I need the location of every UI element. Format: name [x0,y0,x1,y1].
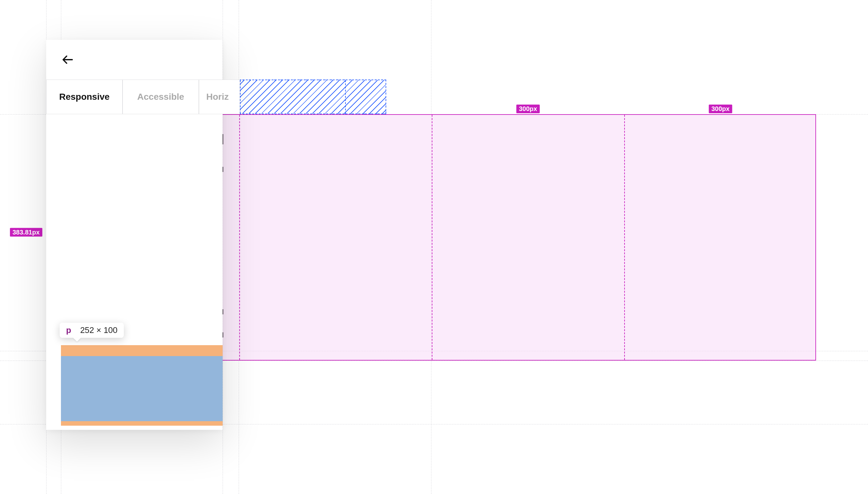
column-width-label: 300px [709,104,732,113]
tooltip-dimensions: 252 × 100 [80,325,117,335]
tabs-bar: Responsive Accessible Horiz [46,79,240,114]
tab-responsive[interactable]: Responsive [46,79,122,114]
element-tooltip: p 252 × 100 [60,323,124,338]
gap-divider [345,80,346,114]
gap-divider [240,80,240,114]
tab-accessible[interactable]: Accessible [122,79,199,114]
grid-divider [624,115,625,360]
tab-horizontal[interactable]: Horiz [199,79,240,114]
box-model-highlight [61,345,223,426]
back-arrow-icon[interactable] [62,54,74,66]
device-header [46,40,223,79]
container-height-label: 383.81px [10,228,42,237]
grid-divider [239,115,240,360]
grid-divider [432,115,432,360]
margin-top-highlight [61,345,223,356]
design-inspector-canvas: 300px 300px 300px 300px [0,0,868,494]
column-width-label: 300px [517,104,540,113]
margin-bottom-highlight [61,421,223,426]
content-highlight [61,356,223,421]
tooltip-tag: p [66,325,71,335]
